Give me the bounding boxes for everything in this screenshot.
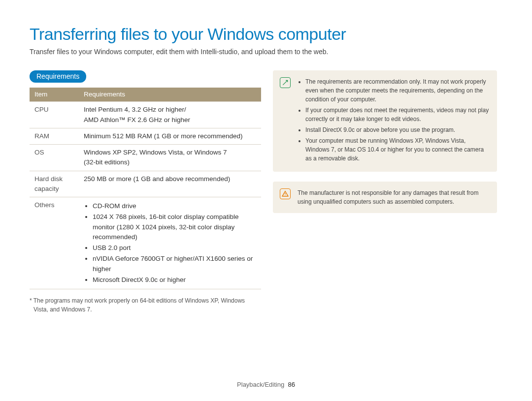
- list-item: Your computer must be running Windows XP…: [305, 136, 489, 163]
- cell-label: CPU: [30, 102, 79, 128]
- page-title: Transferring files to your Windows compu…: [30, 25, 502, 44]
- cell-label: RAM: [30, 128, 79, 144]
- list-item: USB 2.0 port: [93, 243, 256, 253]
- th-item: Item: [30, 88, 79, 102]
- cell-value: Windows XP SP2, Windows Vista, or Window…: [79, 145, 261, 171]
- th-requirements: Requirements: [79, 88, 261, 102]
- table-row: OS Windows XP SP2, Windows Vista, or Win…: [30, 145, 261, 171]
- page-subtitle: Transfer files to your Windows computer,…: [30, 48, 502, 56]
- cell-value: 250 MB or more (1 GB and above recommend…: [79, 171, 261, 197]
- cell-label: Hard disk capacity: [30, 171, 79, 197]
- list-item: CD-ROM drive: [93, 201, 256, 211]
- table-row: RAM Minimum 512 MB RAM (1 GB or more rec…: [30, 128, 261, 144]
- cell-label: Others: [30, 197, 79, 289]
- cell-label: OS: [30, 145, 79, 171]
- list-item: nVIDIA Geforce 7600GT or higher/ATI X160…: [93, 254, 256, 274]
- warning-note: The manufacturer is not responsible for …: [273, 182, 497, 213]
- list-item: Microsoft DirectX 9.0c or higher: [93, 275, 256, 285]
- footnote: * The programs may not work properly on …: [30, 296, 261, 314]
- cell-value: Intel Pentium 4, 3.2 GHz or higher/ AMD …: [79, 102, 261, 128]
- requirements-table: Item Requirements CPU Intel Pentium 4, 3…: [30, 88, 261, 289]
- table-row: Others CD-ROM drive 1024 X 768 pixels, 1…: [30, 197, 261, 289]
- cell-value: Minimum 512 MB RAM (1 GB or more recomme…: [79, 128, 261, 144]
- right-column: The requirements are recommendation only…: [273, 70, 497, 314]
- info-icon: [280, 77, 291, 88]
- footer-page-number: 86: [288, 381, 295, 388]
- warning-icon: [280, 188, 291, 199]
- footer-section: Playback/Editing: [237, 381, 284, 388]
- cell-value: CD-ROM drive 1024 X 768 pixels, 16-bit c…: [79, 197, 261, 289]
- table-row: Hard disk capacity 250 MB or more (1 GB …: [30, 171, 261, 197]
- table-row: CPU Intel Pentium 4, 3.2 GHz or higher/ …: [30, 102, 261, 128]
- requirements-heading: Requirements: [30, 70, 86, 83]
- warning-text: The manufacturer is not responsible for …: [298, 189, 479, 205]
- list-item: 1024 X 768 pixels, 16-bit color display …: [93, 212, 256, 242]
- left-column: Requirements Item Requirements CPU Intel…: [30, 70, 261, 314]
- info-note: The requirements are recommendation only…: [273, 70, 497, 172]
- page-footer: Playback/Editing 86: [0, 381, 532, 388]
- list-item: Install DirectX 9.0c or above before you…: [305, 125, 489, 134]
- list-item: The requirements are recommendation only…: [305, 77, 489, 104]
- list-item: If your computer does not meet the requi…: [305, 106, 489, 123]
